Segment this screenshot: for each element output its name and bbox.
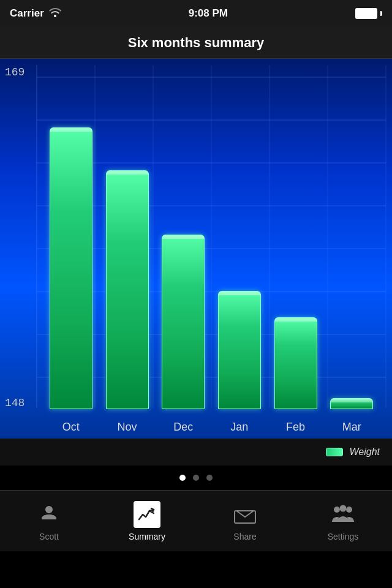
svg-point-18 <box>346 507 352 513</box>
status-bar: Carrier 9:08 PM <box>0 0 392 27</box>
page-title-bar: Six months summary <box>0 27 392 59</box>
tab-label-scott: Scott <box>39 532 59 541</box>
legend-area: Weight <box>0 439 392 466</box>
x-axis-labels: Oct Nov Dec Jan Feb Mar <box>37 421 386 434</box>
svg-point-19 <box>340 505 347 511</box>
x-label-nov: Nov <box>99 421 156 434</box>
pagination-dots <box>0 466 392 490</box>
x-label-feb: Feb <box>268 421 324 434</box>
pagination-dot-2[interactable] <box>193 475 199 481</box>
status-time: 9:08 PM <box>189 7 228 20</box>
y-axis-label-bottom: 148 <box>5 397 24 409</box>
battery-indicator <box>355 8 382 19</box>
battery-tip <box>380 11 382 16</box>
tab-icon-scott <box>36 501 62 528</box>
bars-area <box>37 65 386 409</box>
x-label-mar: Mar <box>323 421 380 434</box>
tab-scott[interactable]: Scott <box>12 501 86 541</box>
pagination-dot-3[interactable] <box>206 475 213 481</box>
bar-group-nov <box>99 170 156 409</box>
bar-feb <box>274 317 317 409</box>
battery-body <box>355 8 377 19</box>
page-title: Six months summary <box>128 35 265 51</box>
x-label-oct: Oct <box>43 421 99 434</box>
x-label-dec: Dec <box>155 421 211 434</box>
bar-nov <box>106 170 149 409</box>
bar-group-mar <box>323 398 380 409</box>
bar-jan <box>218 291 261 409</box>
tab-settings[interactable]: Settings <box>306 501 380 541</box>
y-axis-label-top: 169 <box>5 66 24 78</box>
bar-group-oct <box>43 127 99 409</box>
tab-icon-summary <box>134 501 160 528</box>
tab-bar: Scott Summary Share <box>0 490 392 551</box>
legend-swatch <box>326 448 343 456</box>
pagination-dot-1[interactable] <box>179 475 186 481</box>
legend-label: Weight <box>349 447 380 458</box>
tab-label-summary: Summary <box>129 532 165 541</box>
bar-mar <box>330 398 373 409</box>
wifi-icon <box>49 7 61 20</box>
tab-label-share: Share <box>233 532 256 541</box>
chart-container: 169 148 Oct Nov Dec Jan Feb Mar <box>0 59 392 439</box>
bar-group-dec <box>155 235 211 409</box>
tab-label-settings: Settings <box>328 532 359 541</box>
carrier-wifi: Carrier <box>10 7 61 20</box>
svg-point-17 <box>334 507 340 513</box>
x-label-jan: Jan <box>211 421 268 434</box>
bar-group-jan <box>211 291 268 409</box>
bar-oct <box>50 127 92 409</box>
tab-summary[interactable]: Summary <box>110 501 184 541</box>
tab-share[interactable]: Share <box>208 501 282 541</box>
bar-dec <box>162 235 205 409</box>
tab-icon-share <box>232 501 258 528</box>
carrier-label: Carrier <box>10 7 44 20</box>
bar-group-feb <box>268 317 324 409</box>
tab-icon-settings <box>330 501 356 528</box>
